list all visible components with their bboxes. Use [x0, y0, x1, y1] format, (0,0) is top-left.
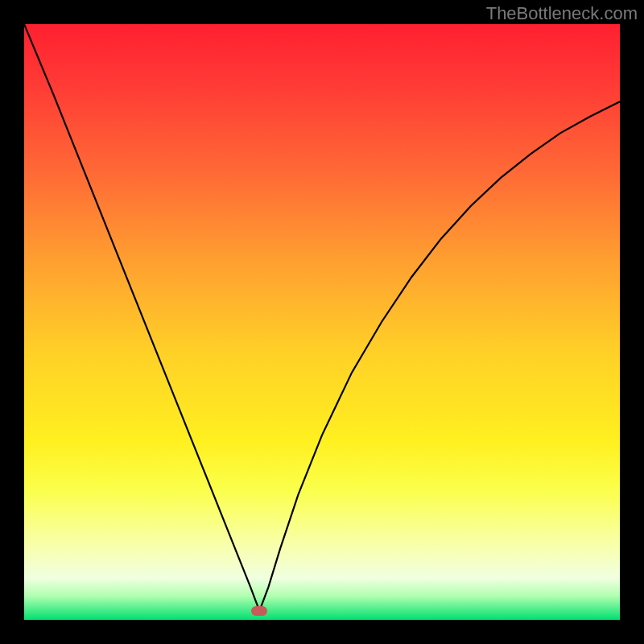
plot-area [24, 24, 620, 620]
curve-svg [24, 24, 620, 620]
bottleneck-curve [24, 24, 620, 611]
optimal-marker [251, 606, 267, 616]
watermark-text: TheBottleneck.com [486, 3, 638, 24]
